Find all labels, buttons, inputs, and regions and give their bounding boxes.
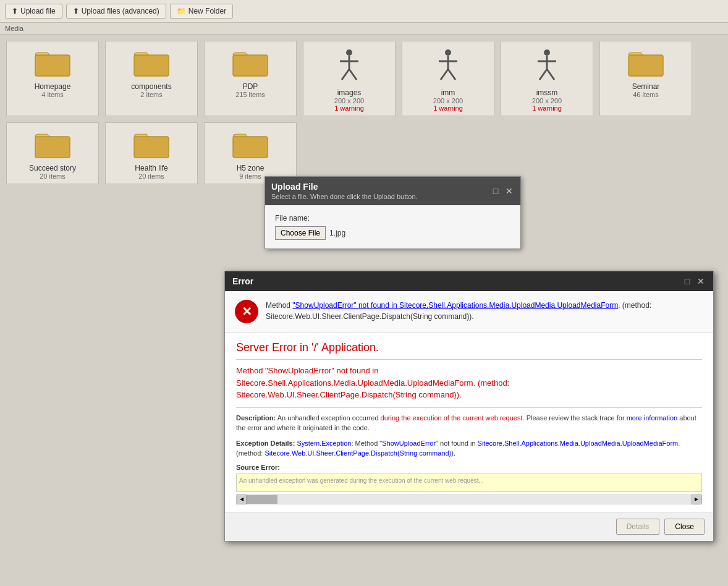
upload-file-label: Upload file <box>20 7 56 15</box>
media-item-name: images <box>337 88 362 97</box>
error-source-label: Source Error: <box>236 464 702 471</box>
error-dialog-close-header-button[interactable]: ✕ <box>696 276 706 286</box>
clientpage-link[interactable]: Sitecore.Web.UI.Sheer.ClientPage.Dispatc… <box>265 449 451 457</box>
svg-point-11 <box>445 49 451 56</box>
file-input-row: Choose File 1.jpg <box>275 226 510 240</box>
media-item-meta: 215 items <box>235 91 265 98</box>
media-item-seminar[interactable]: Seminar46 items <box>599 41 692 116</box>
file-name-label: File name: <box>275 214 510 223</box>
media-item-health-life[interactable]: Health life20 items <box>105 122 198 184</box>
stack-trace-link[interactable]: more information <box>627 414 678 422</box>
media-item-imssm[interactable]: imssm200 x 2001 warning <box>501 41 593 116</box>
error-summary-text: Method "ShowUploadError" not found in Si… <box>266 300 703 322</box>
upload-advanced-icon: ⬆ <box>73 7 79 15</box>
system-exception-link[interactable]: System.Exception <box>297 440 351 447</box>
close-button[interactable]: Close <box>664 519 705 535</box>
error-dialog-title: Error <box>232 276 253 286</box>
error-dialog-maximize-button[interactable]: □ <box>682 276 692 286</box>
details-button[interactable]: Details <box>616 519 660 535</box>
upload-file-dialog: Upload File Select a file. When done cli… <box>265 176 521 249</box>
error-divider <box>236 359 702 360</box>
svg-rect-2 <box>134 55 169 76</box>
media-item-name: Health life <box>135 164 167 172</box>
toolbar: ⬆ Upload file ⬆ Upload files (advanced) … <box>0 0 728 23</box>
upload-dialog-subtitle: Select a file. When done click the Uploa… <box>271 193 418 200</box>
show-upload-link[interactable]: ShowUploadError <box>382 440 436 447</box>
media-item-warning: 1 warning <box>433 104 463 112</box>
svg-line-9 <box>342 69 349 80</box>
media-item-homepage[interactable]: Homepage4 items <box>6 41 99 116</box>
upload-dialog-close-button[interactable]: ✕ <box>504 186 514 196</box>
media-item-meta: 2 items <box>140 91 162 98</box>
folder-icon <box>133 48 170 79</box>
upload-dialog-buttons: □ ✕ <box>491 186 514 196</box>
figure-icon <box>331 48 368 85</box>
media-item-meta: 200 x 200 <box>334 97 364 104</box>
upload-dialog-header: Upload File Select a file. When done cli… <box>265 177 520 205</box>
choose-file-button[interactable]: Choose File <box>275 226 326 240</box>
error-exception: Exception Details: System.Exception: Met… <box>236 438 702 459</box>
hscroll-thumb[interactable] <box>247 495 277 504</box>
svg-line-15 <box>448 69 455 80</box>
upload-dialog-body: File name: Choose File 1.jpg <box>265 205 520 248</box>
error-dialog-summary: ✕ Method "ShowUploadError" not found in … <box>225 291 713 333</box>
media-item-meta: 46 items <box>633 91 659 98</box>
sitecore-media-link[interactable]: Sitecore.Shell.Applications.Media.Upload… <box>478 440 679 447</box>
error-dialog-header: Error □ ✕ <box>225 271 713 291</box>
media-item-name: imm <box>441 88 455 97</box>
new-folder-label: New Folder <box>188 7 226 15</box>
svg-rect-23 <box>35 137 70 158</box>
svg-rect-4 <box>233 55 268 76</box>
figure-icon <box>430 48 467 85</box>
media-item-warning: 1 warning <box>334 104 364 112</box>
error-method-details: Method "ShowUploadError" not found in Si… <box>236 365 702 401</box>
svg-rect-25 <box>134 137 169 158</box>
hscroll-right-arrow[interactable]: ▶ <box>692 495 701 504</box>
error-method-link[interactable]: "ShowUploadError" not found in Sitecore.… <box>292 301 618 310</box>
svg-line-14 <box>441 69 448 80</box>
error-dialog: Error □ ✕ ✕ Method "ShowUploadError" not… <box>224 271 714 541</box>
media-item-name: PDP <box>243 82 258 91</box>
folder-icon <box>133 129 170 160</box>
error-source-box: An unhandled exception was generated dur… <box>236 473 702 492</box>
media-item-warning: 1 warning <box>532 104 562 112</box>
media-item-name: Succeed story <box>29 164 76 172</box>
media-item-h5-zone[interactable]: H5 zone9 items <box>204 122 297 184</box>
upload-dialog-maximize-button[interactable]: □ <box>491 186 501 196</box>
new-folder-button[interactable]: 📁 New Folder <box>170 4 233 19</box>
error-dialog-content[interactable]: Server Error in '/' Application. Method … <box>225 333 713 512</box>
hscroll-left-arrow[interactable]: ◀ <box>237 495 247 504</box>
breadcrumb-text: Media <box>5 25 23 32</box>
media-item-meta: 4 items <box>41 91 63 98</box>
media-item-images[interactable]: images200 x 2001 warning <box>303 41 396 116</box>
media-item-meta: 20 items <box>40 172 66 180</box>
media-item-succeed-story[interactable]: Succeed story20 items <box>6 122 99 184</box>
upload-dialog-title: Upload File <box>271 182 418 192</box>
svg-line-19 <box>540 69 547 80</box>
upload-file-button[interactable]: ⬆ Upload file <box>5 4 62 19</box>
media-item-imm[interactable]: imm200 x 2001 warning <box>402 41 494 116</box>
error-hscrollbar[interactable]: ◀ ▶ <box>236 495 702 504</box>
media-item-name: Seminar <box>632 82 660 91</box>
hscroll-track[interactable] <box>247 495 692 504</box>
breadcrumb: Media <box>0 23 728 35</box>
error-dialog-header-buttons: □ ✕ <box>682 276 706 286</box>
svg-rect-27 <box>233 137 268 158</box>
media-item-meta: 9 items <box>239 172 261 180</box>
media-item-pdp[interactable]: PDP215 items <box>204 41 297 116</box>
upload-icon: ⬆ <box>12 7 18 15</box>
media-item-meta: 200 x 200 <box>532 97 562 104</box>
media-item-meta: 20 items <box>138 172 164 180</box>
svg-point-16 <box>544 49 550 56</box>
error-dialog-footer: Details Close <box>225 512 713 541</box>
media-item-components[interactable]: components2 items <box>105 41 198 116</box>
media-item-name: imssm <box>536 88 558 97</box>
media-grid: Homepage4 items components2 items PDP215… <box>0 35 728 190</box>
file-value: 1.jpg <box>329 229 345 237</box>
folder-add-icon: 📁 <box>177 7 186 15</box>
upload-advanced-button[interactable]: ⬆ Upload files (advanced) <box>66 4 166 19</box>
media-item-name: Homepage <box>35 82 71 91</box>
error-server-title: Server Error in '/' Application. <box>236 341 702 354</box>
svg-point-6 <box>346 49 352 56</box>
folder-icon <box>627 48 664 79</box>
